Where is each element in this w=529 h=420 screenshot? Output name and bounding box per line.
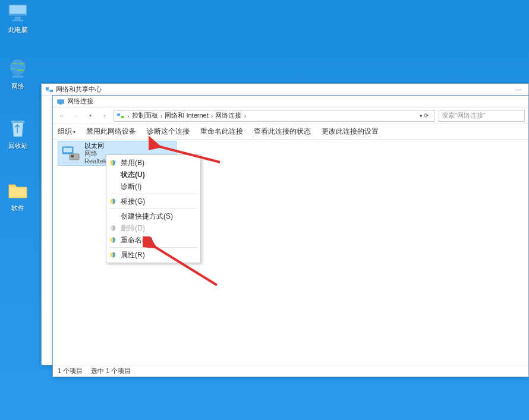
desktop-icon-label: 软件 — [0, 204, 36, 213]
refresh-icon[interactable]: ⟳ — [424, 112, 432, 119]
svg-rect-9 — [58, 100, 64, 103]
svg-rect-3 — [12, 20, 23, 21]
ctx-rename[interactable]: 重命名(M) — [106, 234, 200, 246]
desktop-icon-network[interactable]: 网络 — [0, 56, 36, 91]
separator — [110, 194, 197, 194]
desktop-icon-label: 网络 — [0, 82, 36, 91]
ctx-disable[interactable]: 禁用(B) — [106, 157, 200, 169]
globe-icon — [6, 56, 30, 80]
ctx-shortcut[interactable]: 创建快捷方式(S) — [106, 210, 200, 222]
folder-icon — [6, 178, 30, 202]
ctx-delete: 删除(D) — [106, 222, 200, 234]
chevron-right-icon: › — [244, 112, 246, 119]
recycle-bin-icon — [6, 116, 30, 140]
pc-icon — [6, 0, 30, 24]
shield-icon — [109, 159, 117, 167]
context-menu: 禁用(B) 状态(U) 诊断(I) 桥接(G) 创建快捷方式(S) 删除(D) … — [106, 154, 201, 263]
connection-name: 以太网 — [84, 142, 106, 150]
svg-rect-6 — [11, 121, 24, 123]
separator — [110, 209, 197, 209]
svg-rect-7 — [46, 87, 49, 90]
cmd-settings[interactable]: 更改此连接的设置 — [322, 127, 379, 137]
command-bar: 组织 禁用此网络设备 诊断这个连接 重命名此连接 查看此连接的状态 更改此连接的… — [53, 124, 528, 140]
search-input[interactable]: 搜索"网络连接" — [439, 110, 525, 122]
cmd-diagnose[interactable]: 诊断这个连接 — [147, 127, 190, 137]
ctx-bridge[interactable]: 桥接(G) — [106, 195, 200, 207]
network-center-icon — [45, 86, 53, 94]
nav-row: ← → ▾ ↑ › 控制面板 › 网络和 Internet › 网络连接 › ▾… — [53, 108, 528, 124]
up-button[interactable]: ↑ — [99, 110, 110, 121]
breadcrumb-item[interactable]: 网络连接 — [215, 111, 241, 120]
breadcrumb[interactable]: › 控制面板 › 网络和 Internet › 网络连接 › ▾ ⟳ — [114, 110, 435, 122]
ethernet-adapter-icon — [61, 143, 82, 164]
ctx-diagnose[interactable]: 诊断(I) — [106, 181, 200, 192]
chevron-right-icon: › — [127, 112, 130, 119]
window-title: 网络和共享中心 — [56, 85, 102, 94]
ctx-properties[interactable]: 属性(R) — [106, 249, 200, 261]
svg-rect-10 — [59, 103, 62, 105]
connection-status: 网络 — [84, 150, 106, 157]
ctx-status[interactable]: 状态(U) — [106, 169, 200, 181]
svg-rect-1 — [10, 5, 26, 14]
network-connections-icon — [56, 97, 65, 106]
svg-rect-2 — [15, 17, 21, 20]
search-placeholder: 搜索"网络连接" — [442, 111, 486, 120]
shield-icon — [109, 236, 117, 244]
separator — [110, 247, 197, 248]
status-selected-count: 选中 1 个项目 — [91, 367, 131, 375]
breadcrumb-item[interactable]: 控制面板 — [132, 111, 158, 120]
desktop-icon-recycle-bin[interactable]: 回收站 — [0, 116, 36, 150]
recent-dropdown[interactable]: ▾ — [85, 110, 96, 121]
connection-text: 以太网 网络 Realtek — [84, 142, 106, 165]
titlebar[interactable]: 网络和共享中心 — — [42, 84, 528, 96]
svg-point-4 — [10, 59, 26, 75]
desktop-icon-label: 此电脑 — [0, 26, 36, 34]
cmd-status[interactable]: 查看此连接的状态 — [254, 127, 311, 137]
shield-icon — [109, 251, 117, 259]
chevron-right-icon: › — [160, 112, 163, 119]
svg-rect-12 — [121, 116, 124, 118]
svg-rect-16 — [71, 155, 74, 157]
svg-rect-5 — [12, 75, 23, 78]
breadcrumb-item[interactable]: 网络和 Internet — [165, 111, 208, 120]
minimize-button[interactable]: — — [512, 84, 525, 95]
status-item-count: 1 个项目 — [58, 367, 83, 375]
desktop-icon-software[interactable]: 软件 — [0, 178, 36, 213]
titlebar[interactable]: 网络连接 — [53, 96, 528, 108]
cmd-rename[interactable]: 重命名此连接 — [200, 127, 243, 137]
svg-rect-11 — [117, 113, 120, 116]
cmd-disable[interactable]: 禁用此网络设备 — [86, 127, 136, 137]
back-button[interactable]: ← — [56, 110, 67, 121]
desktop-icon-label: 回收站 — [0, 141, 36, 150]
shield-icon — [109, 197, 117, 206]
chevron-down-icon[interactable]: ▾ — [420, 113, 423, 119]
connection-device: Realtek — [84, 157, 106, 165]
forward-button[interactable]: → — [71, 110, 81, 121]
window-title: 网络连接 — [67, 97, 93, 106]
breadcrumb-icon — [116, 112, 125, 120]
shield-icon — [109, 224, 117, 232]
cmd-organize[interactable]: 组织 — [58, 127, 75, 137]
chevron-right-icon: › — [211, 112, 213, 119]
desktop-icon-this-pc[interactable]: 此电脑 — [0, 0, 36, 34]
status-bar: 1 个项目 选中 1 个项目 — [53, 365, 528, 377]
svg-rect-14 — [64, 148, 72, 152]
